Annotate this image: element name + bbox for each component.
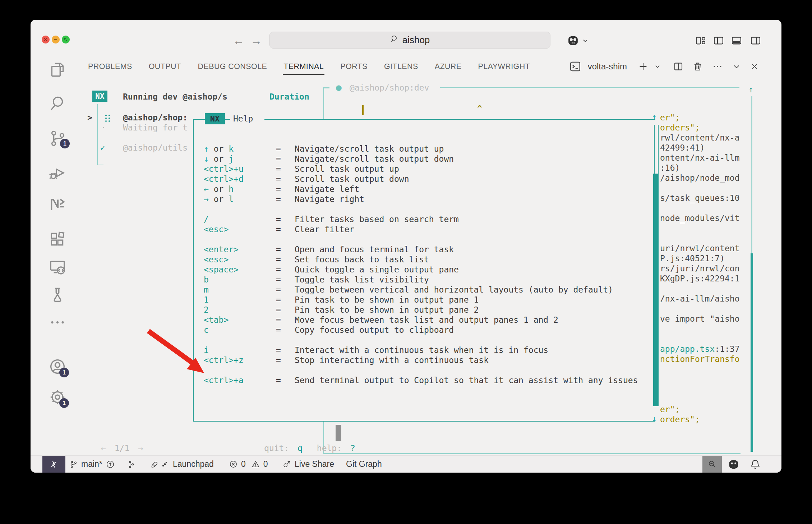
terminal-shell-icon	[569, 60, 581, 73]
toggle-panel-icon[interactable]	[731, 36, 742, 47]
search-value: aishop	[402, 35, 430, 46]
pager-right-icon[interactable]: →	[138, 443, 143, 453]
copilot-icon[interactable]	[566, 33, 580, 49]
tab-output[interactable]: OUTPUT	[149, 62, 181, 71]
terminal-scroll-block[interactable]	[336, 425, 341, 441]
output-pane-title[interactable]: @aishop/shop:dev	[350, 83, 429, 93]
vscode-window: ← → aishop PROBLEMSOUTPUTDEBUG CONSOLETE…	[31, 20, 781, 473]
customize-layout-icon[interactable]	[695, 36, 706, 47]
settings-badge: 1	[59, 398, 69, 408]
output-caret: ^	[477, 104, 482, 114]
close-window-button[interactable]	[42, 36, 50, 43]
tab-azure[interactable]: AZURE	[435, 62, 462, 71]
scroll-down-icon[interactable]: ↓	[652, 414, 657, 424]
duration-label: Duration	[269, 92, 309, 102]
terminal-output-line	[660, 183, 740, 193]
task-item-utils[interactable]: @aishop/utils	[123, 143, 188, 153]
more-actions-icon[interactable]	[712, 61, 723, 72]
terminal-output-line: uri/nrwl/content	[660, 243, 740, 253]
branch-name: main*	[81, 459, 102, 469]
branch-status[interactable]: main*	[69, 456, 115, 473]
help-row: /=Filter tasks based on search term	[204, 214, 649, 224]
rocket-small-icon	[161, 460, 170, 469]
run-debug-icon[interactable]	[49, 164, 66, 181]
activity-bar: 1 1 1	[31, 54, 84, 456]
scroll-up-icon[interactable]: ↑	[652, 112, 657, 122]
tab-ports[interactable]: PORTS	[340, 62, 368, 71]
terminal-launch-chevron-icon[interactable]	[654, 63, 661, 70]
terminal-name[interactable]: volta-shim	[588, 61, 627, 72]
terminal-output-column: er";orders";rwl/content/nx-a42499:41)ont…	[660, 112, 740, 424]
kill-terminal-trash-icon[interactable]	[692, 61, 703, 72]
remote-indicator[interactable]	[42, 456, 65, 473]
close-panel-icon[interactable]	[750, 62, 759, 71]
extensions-icon[interactable]	[49, 230, 66, 248]
command-center-search[interactable]: aishop	[269, 32, 550, 49]
settings-gear-icon[interactable]: 1	[49, 388, 66, 406]
task-list-chevron[interactable]: >	[87, 112, 92, 123]
help-row: m=Toggle between vertical and horizontal…	[204, 285, 649, 295]
terminal-output-line: rwl/content/nx-a	[660, 133, 740, 143]
output-pane-title-line	[440, 87, 739, 88]
terminal-output-line: /aishop/node_mod	[660, 173, 740, 183]
notifications-bell-icon[interactable]	[749, 458, 761, 470]
toggle-primary-sidebar-icon[interactable]	[713, 36, 724, 47]
live-share-status[interactable]: Live Share	[282, 456, 334, 473]
tab-debug-console[interactable]: DEBUG CONSOLE	[198, 62, 267, 71]
task-item-shop[interactable]: @aishop/shop:	[123, 112, 188, 123]
annotation-arrow	[145, 328, 217, 387]
help-title: Help	[230, 114, 264, 124]
terminal-output-line: s/task_queues:10	[660, 193, 740, 203]
toggle-secondary-sidebar-icon[interactable]	[750, 36, 761, 47]
nx-console-icon[interactable]	[49, 196, 66, 214]
copilot-chevron-down-icon[interactable]	[582, 37, 589, 46]
terminal-output-line	[660, 284, 740, 294]
tab-problems[interactable]: PROBLEMS	[88, 62, 132, 71]
help-shortcut-list: ↑ or k=Navigate/scroll task output up↓ o…	[204, 144, 649, 385]
terminal-output-line	[660, 374, 740, 384]
explorer-icon[interactable]	[49, 60, 66, 78]
pager-left-icon[interactable]: ←	[101, 443, 106, 453]
pane-scroll-up-icon[interactable]: ↑	[748, 84, 753, 95]
terminal-output-line: orders";	[660, 123, 740, 133]
nx-task-badge: NX	[92, 91, 107, 102]
nav-forward-icon[interactable]: →	[250, 34, 262, 47]
help-row: <esc>=Clear filter	[204, 224, 649, 234]
terminal-output-line	[660, 304, 740, 314]
zoom-out-status-button[interactable]	[702, 456, 722, 473]
panel-chevron-down-icon[interactable]	[732, 62, 741, 71]
quit-label: quit:	[264, 443, 289, 453]
live-share-icon	[282, 460, 291, 469]
remote-explorer-icon[interactable]	[49, 258, 66, 276]
warnings-icon	[251, 460, 260, 469]
search-icon	[390, 35, 399, 46]
launchpad-status[interactable]: Launchpad	[150, 456, 214, 473]
more-views-icon[interactable]	[49, 313, 66, 331]
testing-icon[interactable]	[49, 286, 66, 304]
copilot-status-icon[interactable]	[727, 458, 741, 471]
tab-gitlens[interactable]: GITLENS	[384, 62, 418, 71]
accounts-icon[interactable]: 1	[49, 358, 66, 376]
help-row: <enter>=Open and focus terminal for task	[204, 244, 649, 254]
source-control-icon[interactable]: 1	[49, 129, 66, 147]
terminal-output-line: ve import "aisho	[660, 314, 740, 324]
help-scroll-thumb[interactable]	[653, 174, 659, 406]
help-row: ← or h=Navigate left	[204, 184, 649, 194]
pipeline-status-icon[interactable]	[127, 456, 135, 473]
nav-back-icon[interactable]: ←	[233, 34, 244, 47]
split-terminal-icon[interactable]	[673, 61, 684, 72]
search-icon[interactable]	[49, 95, 66, 112]
status-bar: main* Launchpad 0 0 Live Share Git Graph	[31, 455, 781, 473]
git-graph-status[interactable]: Git Graph	[346, 456, 382, 473]
tab-terminal[interactable]: TERMINAL	[283, 62, 324, 71]
task-pager[interactable]: ← 1/1 →	[101, 443, 143, 453]
terminal-cursor	[362, 105, 364, 115]
zoom-window-button[interactable]	[62, 36, 70, 43]
panel-tab-bar: PROBLEMSOUTPUTDEBUG CONSOLETERMINALPORTS…	[88, 57, 530, 76]
minimize-window-button[interactable]	[52, 36, 60, 43]
pane-scroll-thumb[interactable]	[751, 253, 753, 452]
problems-status[interactable]: 0 0	[229, 456, 268, 473]
new-terminal-button[interactable]	[638, 61, 649, 72]
terminal-output-line: er";	[660, 112, 740, 123]
tab-playwright[interactable]: PLAYWRIGHT	[478, 62, 530, 71]
